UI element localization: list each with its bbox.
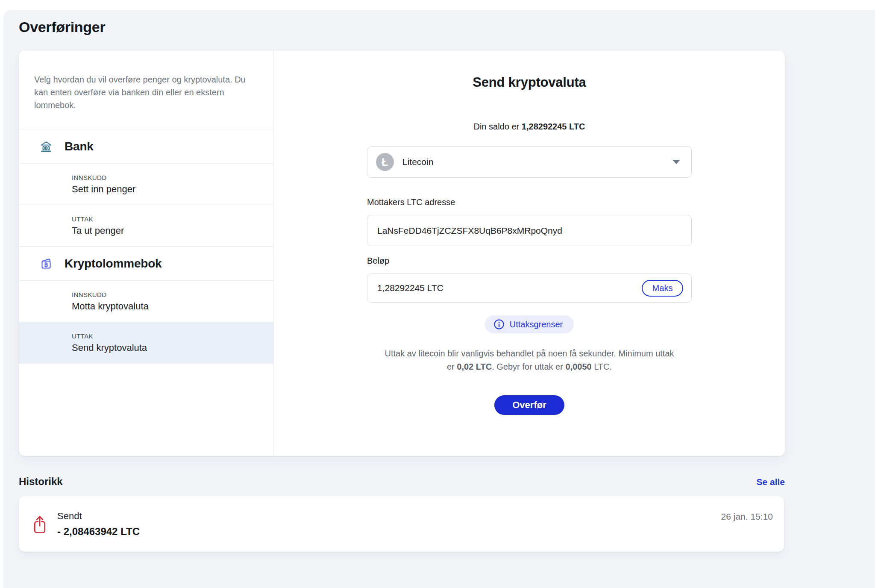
history-header: Historikk Se alle: [19, 476, 785, 488]
section-title-bank: Bank: [65, 140, 94, 153]
withdrawal-limits-chip[interactable]: Uttaksgrenser: [485, 315, 574, 333]
sidebar-description: Velg hvordan du vil overføre penger og k…: [19, 51, 273, 129]
limits-chip-row: Uttaksgrenser: [485, 315, 574, 333]
transfer-method-sidebar: Velg hvordan du vil overføre penger og k…: [19, 51, 274, 456]
chevron-down-icon: [672, 160, 680, 164]
address-label: Mottakers LTC adresse: [367, 197, 692, 207]
history-amount: - 2,08463942 LTC: [57, 526, 140, 538]
info-icon: [493, 319, 505, 330]
nav-item-label: Send kryptovaluta: [72, 342, 273, 353]
transfers-screen: Overføringer Velg hvordan du vil overfør…: [3, 10, 875, 588]
address-input[interactable]: [367, 215, 692, 246]
nav-item-kicker: INNSKUDD: [72, 291, 273, 298]
sidebar-section-crypto-wallet: Kryptolommebok: [19, 247, 273, 281]
currency-select[interactable]: Ł Litecoin: [367, 146, 692, 178]
history-item-row[interactable]: Sendt - 2,08463942 LTC 26 jan. 15:10: [19, 496, 784, 552]
section-title-crypto-wallet: Kryptolommebok: [65, 257, 161, 270]
nav-item-kicker: UTTAK: [72, 215, 273, 223]
transfer-button[interactable]: Overfør: [494, 395, 564, 415]
history-item-text: Sendt - 2,08463942 LTC: [57, 511, 140, 538]
nav-item-label: Sett inn penger: [72, 184, 273, 195]
amount-label: Beløp: [367, 256, 692, 266]
bank-icon: [39, 140, 53, 153]
withdrawal-note: Uttak av litecoin blir vanligvis behandl…: [380, 347, 679, 373]
balance-value: 1,28292245 LTC: [522, 122, 585, 131]
balance-prefix: Din saldo er: [474, 122, 522, 131]
sidebar-item-deposit-money[interactable]: INNSKUDD Sett inn penger: [19, 164, 273, 205]
transfer-card: Velg hvordan du vil overføre penger og k…: [19, 51, 785, 456]
history-timestamp: 26 jan. 15:10: [721, 512, 773, 522]
sidebar-filler: [19, 364, 273, 456]
history-title: Historikk: [19, 476, 63, 488]
page-title: Overføringer: [19, 19, 105, 35]
balance-text: Din saldo er 1,28292245 LTC: [474, 122, 585, 132]
history-status: Sendt: [57, 511, 140, 522]
amount-field-wrap: Maks: [367, 266, 692, 303]
see-all-link[interactable]: Se alle: [756, 477, 785, 487]
nav-item-label: Motta kryptovaluta: [72, 301, 273, 312]
nav-item-kicker: UTTAK: [72, 332, 273, 340]
litecoin-icon: Ł: [376, 153, 394, 171]
sidebar-item-send-crypto[interactable]: UTTAK Send kryptovaluta: [19, 322, 273, 364]
crypto-wallet-icon: [39, 257, 53, 270]
submit-row: Overfør: [494, 395, 564, 415]
sidebar-item-receive-crypto[interactable]: INNSKUDD Motta kryptovaluta: [19, 281, 273, 322]
max-button[interactable]: Maks: [642, 280, 683, 297]
currency-select-value: Litecoin: [402, 157, 433, 167]
panel-title: Send kryptovaluta: [473, 75, 586, 90]
nav-item-kicker: INNSKUDD: [72, 174, 273, 181]
nav-item-label: Ta ut penger: [72, 225, 273, 236]
sidebar-section-bank: Bank: [19, 129, 273, 164]
sent-transaction-icon: [32, 514, 47, 534]
withdrawal-limits-label: Uttaksgrenser: [510, 320, 563, 329]
send-crypto-panel: Send kryptovaluta Din saldo er 1,2829224…: [274, 51, 785, 456]
sidebar-item-withdraw-money[interactable]: UTTAK Ta ut penger: [19, 205, 273, 247]
